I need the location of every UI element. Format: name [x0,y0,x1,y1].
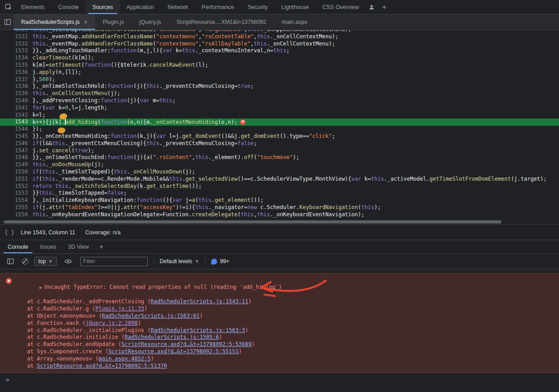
line-number[interactable]: 1532 [0,41,32,48]
line-number[interactable]: 1555 [0,204,32,211]
close-icon[interactable]: × [84,19,87,25]
line-number[interactable]: 1546 [0,140,32,147]
main-tab-lighthouse[interactable]: Lighthouse [275,0,316,14]
main-tab-elements[interactable]: Elements [14,0,51,14]
code-line[interactable]: 1540},_addPreventClosing:function(j){var… [0,97,559,105]
code-line[interactable]: 1539this._onCellContextMenu(j); [0,90,559,97]
line-number[interactable]: 1545 [0,133,32,140]
line-number[interactable]: 1537 [0,76,32,83]
main-tab-performance[interactable]: Performance [195,0,241,14]
issues-count[interactable]: 99+ [220,258,229,264]
line-number[interactable]: 1549 [0,161,32,169]
code-line[interactable]: 1550if(this._timeSlotTapped){this._onCel… [0,169,559,176]
user-icon[interactable] [366,0,377,14]
code-line[interactable]: 1555if(j.attr("tabIndex")>=0||j.attr("ac… [0,204,559,211]
drawer-tab-3d-view[interactable]: 3D View [62,240,95,253]
line-number[interactable]: 1542 [0,112,32,119]
log-levels-dropdown[interactable]: Default levels ▼ [160,258,199,264]
drawer-tab-issues[interactable]: Issues [34,240,62,253]
source-location-link[interactable]: RadSchedulerScripts.js:1563:61 [102,313,200,319]
scrollbar-thumb[interactable] [4,220,501,223]
line-number[interactable]: 1543 [0,119,32,126]
error-marker-icon[interactable] [240,119,245,125]
line-number[interactable]: 1534 [0,55,32,62]
code-line[interactable]: 1553}}this._timeSlotTapped=false; [0,190,559,197]
code-line[interactable]: 1535k[m]=setTimeout(function(){$telerik.… [0,62,559,69]
line-number[interactable]: 1538 [0,83,32,90]
filter-input[interactable] [80,257,148,266]
line-number[interactable]: 1539 [0,90,32,97]
console-sidebar-icon[interactable] [5,258,16,265]
file-tab-scriptresource-xm1-t-13798092[interactable]: ScriptResource....XM1&t=13798092 [169,14,274,30]
line-number[interactable]: 1541 [0,105,32,112]
source-location-link[interactable]: RadSchedulerScripts.js:1505:6 [125,334,219,340]
code-line[interactable]: 1554},_initializeKeyboardNavigation:func… [0,197,559,204]
main-tab-console[interactable]: Console [51,0,86,14]
line-number[interactable]: 1533 [0,47,32,55]
console-prompt[interactable]: > [0,373,559,383]
main-tab-css-overview[interactable]: CSS Overview [316,0,366,14]
source-location-link[interactable]: ScriptResource.axd?d…&t=13798092:5:51370 [37,363,167,369]
code-line[interactable]: 1538},_onTimeSlotTouchHold:function(j){t… [0,83,559,90]
inspect-icon[interactable] [3,0,14,14]
code-line[interactable]: 1544}); [0,126,559,133]
source-location-link[interactable]: RadSchedulerScripts.js:1543:11 [151,298,249,305]
code-line[interactable]: 1532this._eventMap.addHandlerForClassNam… [0,41,559,48]
source-location-link[interactable]: ScriptResource.axd?d…&t=13798092:5:55151 [109,348,239,355]
clear-console-icon[interactable] [22,258,28,264]
code-editor[interactable]: 1530this._eventMap.addHandlerForClassNam… [0,30,559,219]
line-number[interactable]: 1530 [0,30,32,33]
line-number[interactable]: 1551 [0,176,32,183]
horizontal-scrollbar[interactable] [0,219,559,224]
code-line[interactable]: 1548}},_onTimeSlotTouchEnd:function(j){a… [0,154,559,161]
line-number[interactable]: 1552 [0,183,32,190]
code-line[interactable]: 1530this._eventMap.addHandlerForClassNam… [0,30,559,33]
code-line[interactable]: 1549this._onDocMouseUp(j); [0,161,559,169]
file-tab-plugin-js[interactable]: Plugin.js [95,14,132,30]
console-error-message[interactable]: ▶Uncaught TypeError: Cannot read propert… [0,273,559,373]
code-line[interactable]: 1546if(l&&this._preventCtxMenuClosing){t… [0,140,559,147]
code-line[interactable]: 1547j.set_cancel(true); [0,147,559,155]
line-number[interactable]: 1547 [0,147,32,155]
code-line[interactable]: 1534clearTimeout(k[m]); [0,55,559,62]
code-line[interactable]: 1541for(var k=0,l=j.length; [0,105,559,112]
code-line[interactable]: 1556this._onKeyboardEventNavigationDeleg… [0,211,559,219]
code-line[interactable]: 1545}},_onContextMenuHiding:function(k,j… [0,133,559,140]
code-line[interactable]: 1543k++){j[k].add_hiding(function(o,n){m… [0,119,559,126]
main-tab-security[interactable]: Security [241,0,274,14]
source-location-link[interactable]: ScriptResource.axd?d…&t=13798092:5:53689 [122,341,252,347]
code-line[interactable]: 1533}},_addLongTouchHandler:function(m,j… [0,47,559,55]
source-location-link[interactable]: RadSchedulerScripts.js:1563:3 [151,327,245,333]
code-line[interactable]: 1531this._eventMap.addHandlerForClassNam… [0,33,559,41]
code-line[interactable]: 1536j.apply(n,[l]); [0,69,559,76]
line-number[interactable]: 1540 [0,97,32,105]
main-tab-application[interactable]: Application [120,0,161,14]
file-tab-jquery-js[interactable]: jQuery.js [132,14,168,30]
line-number[interactable]: 1535 [0,62,32,69]
issues-icon[interactable] [211,259,217,264]
source-location-link[interactable]: Plugin.js:11:33 [95,305,144,312]
main-tab-sources[interactable]: Sources [86,0,120,14]
source-location-link[interactable]: jQuery.js:2:2898 [86,320,138,326]
line-number[interactable]: 1550 [0,169,32,176]
line-number[interactable]: 1554 [0,197,32,204]
line-number[interactable]: 1544 [0,126,32,133]
code-line[interactable]: 1551if(this._renderMode==c.RenderMode.Mo… [0,176,559,183]
more-panels-button[interactable]: + [377,0,391,14]
file-tab-main-aspx[interactable]: main.aspx [274,14,315,30]
source-location-link[interactable]: main.aspx:4852:5 [99,356,151,362]
drawer-tab-console[interactable]: Console [2,240,34,253]
navigator-panel-icon[interactable] [2,14,14,30]
main-tab-network[interactable]: Network [161,0,195,14]
code-line[interactable]: 1537},500); [0,76,559,83]
pretty-print-button[interactable]: { } [5,229,14,236]
line-number[interactable]: 1531 [0,33,32,41]
line-number[interactable]: 1548 [0,154,32,161]
disclosure-triangle-icon[interactable]: ▶ [40,285,42,290]
line-number[interactable]: 1536 [0,69,32,76]
line-number[interactable]: 1553 [0,190,32,197]
add-drawer-tab-button[interactable]: + [95,240,108,253]
file-tab-radschedulerscripts-js[interactable]: RadSchedulerScripts.js× [14,14,95,30]
line-number[interactable]: 1556 [0,211,32,219]
live-expression-icon[interactable] [63,259,74,264]
